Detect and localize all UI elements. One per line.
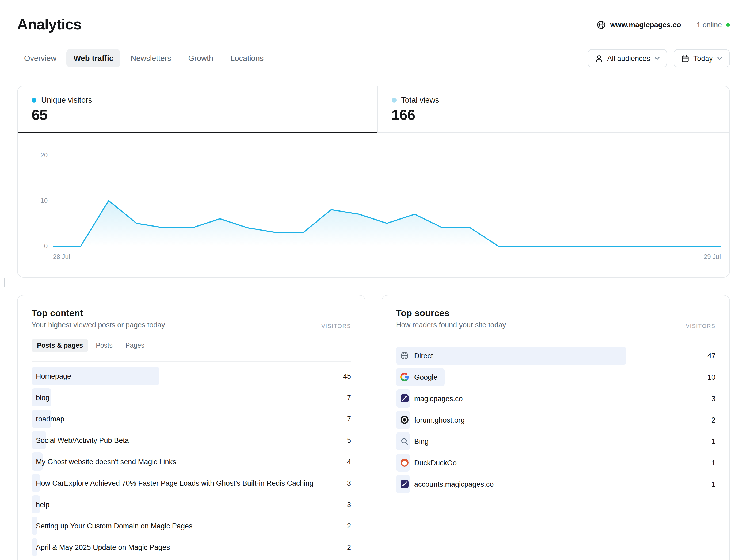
content-row[interactable]: How CarExplore Achieved 70% Faster Page … bbox=[31, 472, 351, 494]
row-value: 47 bbox=[707, 352, 716, 360]
content-row[interactable]: Homepage45 bbox=[31, 365, 351, 387]
stats-row: Unique visitors 65 Total views 166 bbox=[18, 86, 729, 133]
row-value: 3 bbox=[712, 395, 716, 402]
row-value: 2 bbox=[347, 543, 351, 551]
chevron-down-icon bbox=[717, 57, 722, 60]
top-bar: Analytics www.magicpages.co 1 online bbox=[17, 0, 730, 33]
vertical-divider bbox=[688, 20, 689, 29]
online-status-dot bbox=[726, 23, 730, 26]
row-label: Social Web/Activity Pub Beta bbox=[31, 436, 347, 444]
stat-label: Unique visitors bbox=[41, 96, 92, 104]
row-value: 2 bbox=[347, 522, 351, 530]
tab-posts[interactable]: Posts bbox=[91, 339, 118, 352]
y-tick-label: 20 bbox=[18, 151, 48, 159]
tab-overview[interactable]: Overview bbox=[17, 49, 63, 68]
ghost-icon bbox=[400, 416, 409, 424]
source-row[interactable]: accounts.magicpages.co1 bbox=[396, 473, 716, 495]
row-label: roadmap bbox=[31, 415, 347, 423]
row-value: 1 bbox=[712, 437, 716, 445]
source-row[interactable]: Bing1 bbox=[396, 431, 716, 452]
row-label: DuckDuckGo bbox=[409, 459, 712, 466]
row-value: 3 bbox=[347, 500, 351, 508]
content-row[interactable]: Setting up Your Custom Domain on Magic P… bbox=[31, 515, 351, 536]
top-sources-list: Direct47Google10magicpages.co3forum.ghos… bbox=[396, 345, 716, 495]
tab-pages[interactable]: Pages bbox=[120, 339, 150, 352]
card-title: Top content bbox=[31, 308, 165, 319]
source-row[interactable]: Direct47 bbox=[396, 345, 716, 366]
content-row[interactable]: help3 bbox=[31, 494, 351, 515]
x-axis-start-label: 28 Jul bbox=[53, 253, 70, 261]
top-sources-card: Top sources How readers found your site … bbox=[382, 295, 730, 560]
row-label: accounts.magicpages.co bbox=[409, 480, 712, 488]
row-value: 7 bbox=[347, 393, 351, 401]
card-subtitle: Your highest viewed posts or pages today bbox=[31, 321, 165, 329]
row-label: Homepage bbox=[31, 372, 343, 380]
globe-icon bbox=[400, 351, 409, 360]
row-label: blog bbox=[31, 393, 347, 401]
row-label: magicpages.co bbox=[409, 395, 712, 402]
source-row[interactable]: DuckDuckGo1 bbox=[396, 452, 716, 473]
content-type-tabs: Posts & pagesPostsPages bbox=[31, 339, 351, 352]
card-subtitle: How readers found your site today bbox=[396, 321, 506, 329]
row-label: April & May 2025 Update on Magic Pages bbox=[31, 543, 347, 551]
row-value: 4 bbox=[347, 458, 351, 465]
row-value: 10 bbox=[707, 373, 716, 381]
tab-growth[interactable]: Growth bbox=[181, 49, 221, 68]
tab-locations[interactable]: Locations bbox=[224, 49, 271, 68]
date-range-button[interactable]: Today bbox=[674, 49, 730, 68]
magicpages-icon bbox=[400, 480, 409, 488]
stray-caret-artifact bbox=[4, 278, 5, 287]
row-label: My Ghost website doesn't send Magic Link… bbox=[31, 458, 347, 465]
x-axis-end-label: 29 Jul bbox=[704, 253, 721, 261]
audience-filter-label: All audiences bbox=[607, 54, 650, 62]
row-value: 2 bbox=[712, 416, 716, 424]
row-label: Bing bbox=[409, 437, 712, 445]
audience-filter-button[interactable]: All audiences bbox=[587, 49, 667, 68]
calendar-icon bbox=[681, 54, 689, 62]
google-icon bbox=[400, 373, 409, 381]
source-row[interactable]: Google10 bbox=[396, 366, 716, 388]
row-label: help bbox=[31, 500, 347, 508]
row-value: 5 bbox=[347, 436, 351, 444]
stat-label: Total views bbox=[401, 96, 439, 104]
date-range-label: Today bbox=[694, 54, 713, 62]
bottom-cards: Top content Your highest viewed posts or… bbox=[17, 295, 730, 560]
row-label: Google bbox=[409, 373, 707, 381]
content-row[interactable]: roadmap7 bbox=[31, 408, 351, 429]
web-traffic-card: Unique visitors 65 Total views 166 01020 bbox=[17, 86, 730, 277]
site-domain-link[interactable]: www.magicpages.co bbox=[610, 21, 681, 29]
site-info: www.magicpages.co 1 online bbox=[597, 20, 730, 29]
page-title: Analytics bbox=[17, 16, 81, 33]
y-tick-label: 10 bbox=[18, 196, 48, 205]
source-row[interactable]: forum.ghost.org2 bbox=[396, 409, 716, 431]
y-tick-label: 0 bbox=[18, 242, 48, 250]
row-label: forum.ghost.org bbox=[409, 416, 712, 424]
source-row[interactable]: magicpages.co3 bbox=[396, 388, 716, 409]
online-count: 1 online bbox=[696, 21, 722, 29]
person-icon bbox=[595, 54, 603, 62]
row-value: 45 bbox=[343, 372, 351, 380]
globe-icon bbox=[597, 20, 606, 29]
stat-unique-visitors[interactable]: Unique visitors 65 bbox=[18, 86, 377, 132]
tab-newsletters[interactable]: Newsletters bbox=[124, 49, 178, 68]
stat-value: 65 bbox=[31, 107, 363, 124]
row-value: 1 bbox=[712, 459, 716, 466]
duckduckgo-icon bbox=[400, 458, 409, 467]
tab-web-traffic[interactable]: Web traffic bbox=[67, 49, 121, 68]
content-row[interactable]: My Ghost website doesn't send Magic Link… bbox=[31, 451, 351, 472]
visitors-column-header: VISITORS bbox=[321, 322, 351, 329]
top-content-list: Homepage45blog7roadmap7Social Web/Activi… bbox=[31, 365, 351, 558]
row-label: Setting up Your Custom Domain on Magic P… bbox=[31, 522, 347, 530]
content-row[interactable]: April & May 2025 Update on Magic Pages2 bbox=[31, 536, 351, 558]
tab-posts-pages[interactable]: Posts & pages bbox=[31, 339, 88, 352]
analytics-nav: OverviewWeb trafficNewslettersGrowthLoca… bbox=[17, 49, 730, 68]
stat-total-views[interactable]: Total views 166 bbox=[377, 86, 729, 132]
content-row[interactable]: Social Web/Activity Pub Beta5 bbox=[31, 429, 351, 451]
top-content-card: Top content Your highest viewed posts or… bbox=[17, 295, 365, 560]
analytics-tabs: OverviewWeb trafficNewslettersGrowthLoca… bbox=[17, 49, 271, 68]
card-title: Top sources bbox=[396, 308, 506, 319]
analytics-page: Analytics www.magicpages.co 1 online Ove… bbox=[0, 0, 747, 560]
visitors-column-header: VISITORS bbox=[686, 322, 716, 329]
unique-visitors-dot bbox=[31, 98, 36, 102]
content-row[interactable]: blog7 bbox=[31, 387, 351, 408]
